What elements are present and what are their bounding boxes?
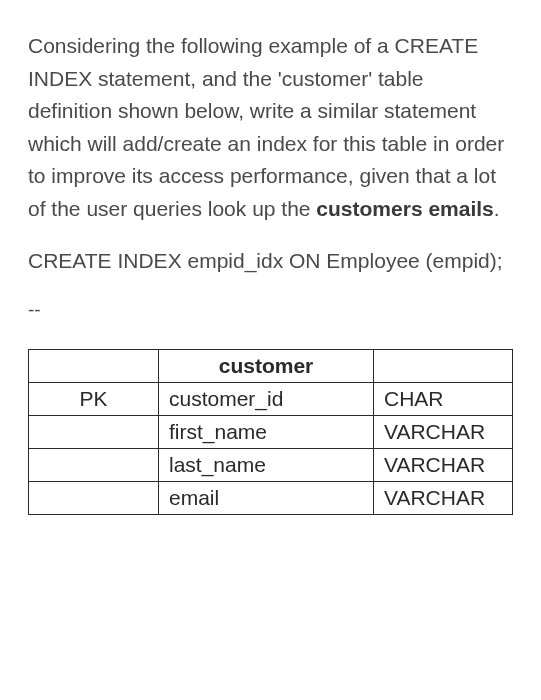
table-type-cell: VARCHAR [374, 481, 513, 514]
question-bold: customers emails [316, 197, 493, 220]
table-title-cell: customer [159, 349, 374, 382]
table-row: PK customer_id CHAR [29, 382, 513, 415]
table-name-cell: last_name [159, 448, 374, 481]
customer-table: customer PK customer_id CHAR first_name … [28, 349, 513, 515]
question-paragraph: Considering the following example of a C… [28, 30, 513, 225]
table-name-cell: first_name [159, 415, 374, 448]
table-type-cell: VARCHAR [374, 415, 513, 448]
table-key-cell [29, 481, 159, 514]
code-example: CREATE INDEX empid_idx ON Employee (empi… [28, 245, 513, 277]
table-type-cell: VARCHAR [374, 448, 513, 481]
table-row: last_name VARCHAR [29, 448, 513, 481]
table-type-cell: CHAR [374, 382, 513, 415]
table-header-empty-left [29, 349, 159, 382]
table-row: first_name VARCHAR [29, 415, 513, 448]
separator-dashes: -- [28, 299, 513, 321]
table-key-cell [29, 415, 159, 448]
table-name-cell: customer_id [159, 382, 374, 415]
table-name-cell: email [159, 481, 374, 514]
table-header-row: customer [29, 349, 513, 382]
question-intro: Considering the following example of a C… [28, 34, 504, 220]
table-row: email VARCHAR [29, 481, 513, 514]
table-header-empty-right [374, 349, 513, 382]
table-key-cell: PK [29, 382, 159, 415]
table-key-cell [29, 448, 159, 481]
question-tail: . [494, 197, 500, 220]
